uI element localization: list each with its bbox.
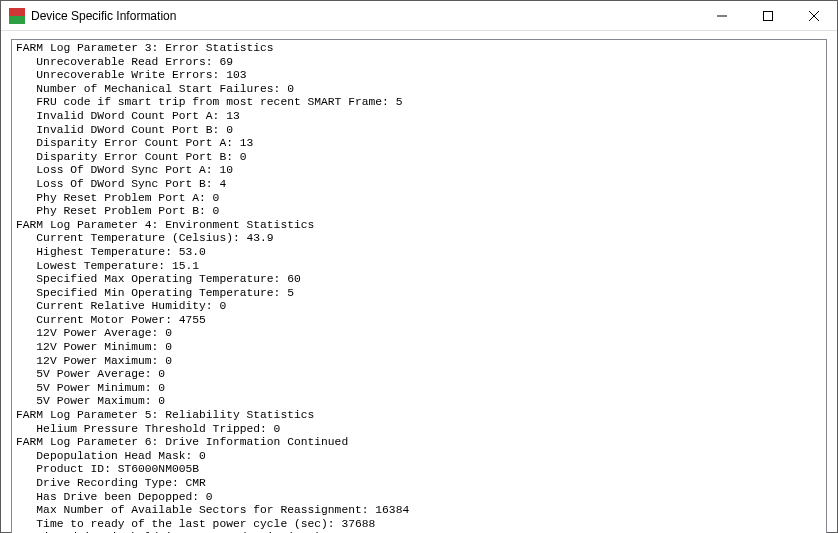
log-line: FARM Log Parameter 5: Reliability Statis… <box>16 409 822 423</box>
log-line: Disparity Error Count Port B: 0 <box>16 151 822 165</box>
log-line: Specified Min Operating Temperature: 5 <box>16 287 822 301</box>
log-line: Current Temperature (Celsius): 43.9 <box>16 232 822 246</box>
log-line: 12V Power Average: 0 <box>16 327 822 341</box>
log-line: Max Number of Available Sectors for Reas… <box>16 504 822 518</box>
log-line: FARM Log Parameter 3: Error Statistics <box>16 42 822 56</box>
log-line: Loss Of DWord Sync Port B: 4 <box>16 178 822 192</box>
log-line: Phy Reset Problem Port A: 0 <box>16 192 822 206</box>
log-line: Has Drive been Depopped: 0 <box>16 491 822 505</box>
log-line: FRU code if smart trip from most recent … <box>16 96 822 110</box>
content-area: FARM Log Parameter 3: Error Statistics U… <box>1 31 837 533</box>
log-line: FARM Log Parameter 4: Environment Statis… <box>16 219 822 233</box>
log-line: Loss Of DWord Sync Port A: 10 <box>16 164 822 178</box>
log-line: Depopulation Head Mask: 0 <box>16 450 822 464</box>
window-controls <box>699 1 837 31</box>
close-window-button[interactable] <box>791 1 837 31</box>
log-line: Helium Pressure Threshold Tripped: 0 <box>16 423 822 437</box>
log-line: Unrecoverable Write Errors: 103 <box>16 69 822 83</box>
svg-rect-1 <box>764 11 773 20</box>
log-line: Invalid DWord Count Port A: 13 <box>16 110 822 124</box>
log-line: Unrecoverable Read Errors: 69 <box>16 56 822 70</box>
log-line: Number of Mechanical Start Failures: 0 <box>16 83 822 97</box>
log-line: Product ID: ST6000NM005B <box>16 463 822 477</box>
log-line: 12V Power Minimum: 0 <box>16 341 822 355</box>
app-icon <box>9 8 25 24</box>
log-line: 5V Power Maximum: 0 <box>16 395 822 409</box>
log-line: Current Relative Humidity: 0 <box>16 300 822 314</box>
log-line: 12V Power Maximum: 0 <box>16 355 822 369</box>
log-line: Drive Recording Type: CMR <box>16 477 822 491</box>
maximize-button[interactable] <box>745 1 791 31</box>
log-line: Specified Max Operating Temperature: 60 <box>16 273 822 287</box>
log-line: 5V Power Minimum: 0 <box>16 382 822 396</box>
window-frame: Device Specific Information FARM Log Par… <box>0 0 838 533</box>
log-line: 5V Power Average: 0 <box>16 368 822 382</box>
log-line: FARM Log Parameter 6: Drive Information … <box>16 436 822 450</box>
log-line: Time to ready of the last power cycle (s… <box>16 518 822 532</box>
log-line: Invalid DWord Count Port B: 0 <box>16 124 822 138</box>
log-output[interactable]: FARM Log Parameter 3: Error Statistics U… <box>11 39 827 533</box>
titlebar[interactable]: Device Specific Information <box>1 1 837 31</box>
log-line: Disparity Error Count Port A: 13 <box>16 137 822 151</box>
log-line: Phy Reset Problem Port B: 0 <box>16 205 822 219</box>
log-line: Lowest Temperature: 15.1 <box>16 260 822 274</box>
log-line: Highest Temperature: 53.0 <box>16 246 822 260</box>
log-line: Current Motor Power: 4755 <box>16 314 822 328</box>
window-title: Device Specific Information <box>31 9 176 23</box>
minimize-button[interactable] <box>699 1 745 31</box>
